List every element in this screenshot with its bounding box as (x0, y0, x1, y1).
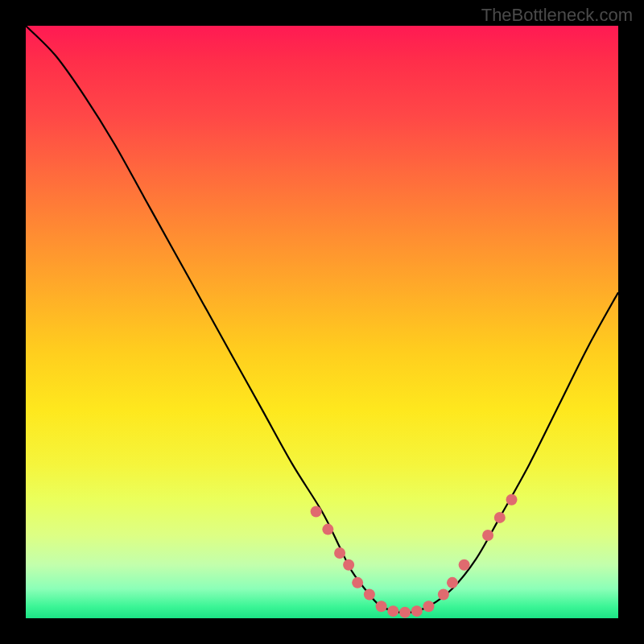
bottleneck-curve (26, 26, 618, 613)
data-marker (423, 601, 434, 612)
data-marker (322, 524, 333, 535)
data-marker (352, 577, 363, 588)
data-marker (343, 559, 354, 571)
watermark-label: TheBottleneck.com (481, 5, 633, 26)
chart-svg (26, 26, 618, 618)
data-marker (482, 530, 493, 541)
data-marker (459, 559, 470, 571)
chart-container: TheBottleneck.com (0, 0, 644, 644)
data-marker (438, 589, 449, 601)
data-marker (494, 512, 506, 523)
plot-area (26, 26, 618, 618)
data-marker (364, 589, 375, 601)
data-marker (506, 494, 518, 506)
data-marker (334, 547, 345, 559)
marker-group (311, 494, 518, 618)
data-marker (376, 601, 387, 612)
data-marker (411, 605, 423, 617)
data-marker (399, 607, 411, 618)
data-marker (447, 577, 458, 588)
data-marker (311, 506, 322, 518)
data-marker (387, 605, 398, 617)
